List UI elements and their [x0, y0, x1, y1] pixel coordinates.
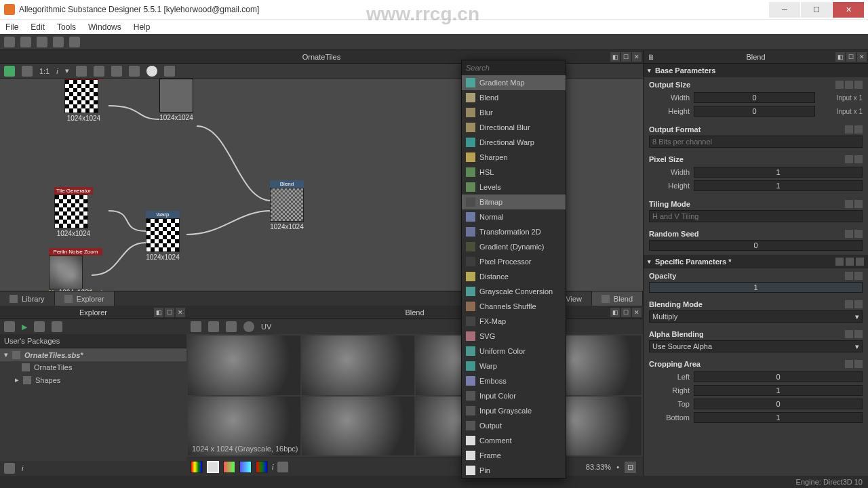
view2d-pin-icon[interactable]: ◧: [610, 308, 620, 317]
copy-icon[interactable]: [835, 258, 844, 266]
new-icon[interactable]: [4, 37, 15, 47]
tree-item[interactable]: ▸ Shapes: [0, 373, 186, 386]
zoom-out-icon[interactable]: •: [616, 463, 619, 471]
tree-package[interactable]: ▾ OrnateTiles.sbs*: [0, 348, 186, 361]
channel-swatch[interactable]: [191, 461, 203, 473]
link-icon[interactable]: [845, 155, 853, 163]
graph-tool-icon[interactable]: [22, 66, 33, 77]
info-icon[interactable]: i: [272, 463, 273, 471]
maximize-button[interactable]: ☐: [801, 2, 832, 18]
search-item[interactable]: Gradient (Dynamic): [462, 239, 566, 254]
search-item[interactable]: FX-Map: [462, 314, 566, 329]
explorer-pin-icon[interactable]: ◧: [154, 308, 163, 317]
tool-icon[interactable]: [277, 462, 288, 472]
chevron-down-icon[interactable]: [854, 155, 863, 163]
tool-icon[interactable]: [208, 321, 219, 332]
section-base-parameters[interactable]: ▾Base Parameters: [644, 64, 868, 77]
node-thumb[interactable]: [49, 256, 83, 289]
search-item[interactable]: Frame: [462, 448, 566, 463]
search-item[interactable]: SVG: [462, 329, 566, 344]
search-item[interactable]: Grayscale Conversion: [462, 284, 566, 299]
chevron-down-icon[interactable]: [854, 330, 863, 338]
search-item[interactable]: Directional Blur: [462, 120, 566, 135]
channel-swatch[interactable]: [223, 461, 235, 473]
chevron-down-icon[interactable]: [854, 125, 863, 134]
search-item[interactable]: Transformation 2D: [462, 224, 566, 239]
stamp-icon[interactable]: [76, 66, 87, 77]
graph-max-icon[interactable]: ☐: [621, 52, 631, 62]
search-item[interactable]: Warp: [462, 359, 566, 373]
search-item[interactable]: Normal: [462, 209, 566, 224]
node-thumb[interactable]: [159, 79, 193, 113]
search-item[interactable]: Blur: [462, 105, 566, 120]
search-item[interactable]: Emboss: [462, 373, 566, 388]
crop-left-slider[interactable]: 0: [694, 371, 863, 382]
menu-file[interactable]: File: [5, 22, 18, 32]
close-button[interactable]: ✕: [833, 2, 864, 18]
tool-icon[interactable]: [111, 66, 122, 77]
channel-swatch[interactable]: [239, 461, 252, 473]
link-icon[interactable]: [845, 330, 853, 338]
chevron-down-icon[interactable]: [854, 200, 863, 208]
crop-right-slider[interactable]: 1: [694, 385, 863, 396]
search-item[interactable]: Uniform Color: [462, 344, 566, 359]
circle-icon[interactable]: [146, 66, 157, 77]
graph-tool-icon[interactable]: [4, 66, 15, 77]
tool-icon[interactable]: [4, 321, 15, 332]
seed-slider[interactable]: 0: [649, 240, 863, 251]
menu-edit[interactable]: Edit: [31, 22, 45, 32]
link-icon[interactable]: [845, 200, 853, 208]
tool-icon[interactable]: [226, 321, 237, 332]
link-icon[interactable]: [835, 81, 844, 89]
search-item[interactable]: Channels Shuffle: [462, 299, 566, 314]
search-item[interactable]: Bitmap: [462, 195, 566, 209]
graph-pin-icon[interactable]: ◧: [610, 52, 620, 62]
chevron-down-icon[interactable]: [856, 258, 864, 266]
node-thumb[interactable]: [270, 188, 304, 222]
export-icon[interactable]: [69, 37, 80, 47]
node-thumb[interactable]: [54, 195, 88, 228]
section-specific-parameters[interactable]: ▾Specific Parameters *: [644, 255, 868, 268]
tool-icon[interactable]: [4, 463, 15, 474]
tiling-select[interactable]: H and V Tiling: [649, 210, 863, 222]
opacity-slider[interactable]: 1: [649, 282, 863, 293]
circle-icon[interactable]: [243, 321, 254, 332]
search-input[interactable]: [462, 60, 566, 75]
search-item[interactable]: Input Grayscale: [462, 403, 566, 418]
explorer-close-icon[interactable]: ✕: [176, 308, 185, 317]
link-icon[interactable]: [845, 230, 853, 238]
node-thumb[interactable]: [146, 218, 180, 252]
menu-windows[interactable]: Windows: [88, 22, 121, 32]
tab-library[interactable]: Library: [0, 291, 55, 306]
search-item[interactable]: Levels: [462, 180, 566, 195]
tree-item[interactable]: OrnateTiles: [0, 361, 186, 373]
view2d-canvas[interactable]: [186, 334, 643, 457]
tab-explorer[interactable]: Explorer: [55, 291, 115, 306]
menu-tools[interactable]: Tools: [57, 22, 76, 32]
props-pin-icon[interactable]: ◧: [835, 52, 845, 62]
search-item[interactable]: HSL: [462, 165, 566, 180]
menu-help[interactable]: Help: [134, 22, 151, 32]
search-item[interactable]: Directional Warp: [462, 135, 566, 150]
props-max-icon[interactable]: ☐: [846, 52, 856, 62]
gear-icon[interactable]: [164, 66, 175, 77]
tool-icon[interactable]: [94, 66, 104, 77]
info-icon[interactable]: i: [22, 464, 23, 472]
chevron-down-icon[interactable]: [854, 360, 863, 368]
open-icon[interactable]: [20, 37, 31, 47]
alphablend-select[interactable]: Use Source Alpha▾: [649, 340, 863, 352]
search-item[interactable]: Sharpen: [462, 150, 566, 165]
blendmode-select[interactable]: Multiply▾: [649, 310, 863, 323]
search-item[interactable]: Comment: [462, 433, 566, 448]
inherit-icon[interactable]: [845, 81, 853, 89]
save-icon[interactable]: [37, 37, 47, 47]
px-width-input[interactable]: 1: [694, 167, 863, 178]
channel-swatch[interactable]: [207, 461, 219, 473]
format-select[interactable]: 8 Bits per channel: [649, 136, 863, 148]
explorer-max-icon[interactable]: ☐: [165, 308, 174, 317]
minimize-button[interactable]: ─: [769, 2, 800, 18]
view2d-close-icon[interactable]: ✕: [632, 308, 642, 317]
zoom-fit-icon[interactable]: ⊡: [625, 462, 636, 473]
link-icon[interactable]: [845, 300, 853, 308]
search-item[interactable]: Distance: [462, 269, 566, 284]
